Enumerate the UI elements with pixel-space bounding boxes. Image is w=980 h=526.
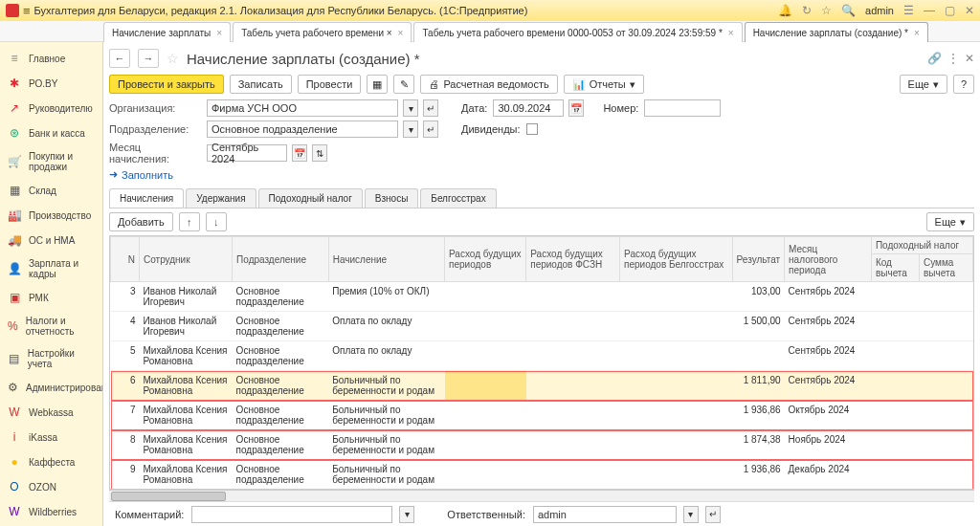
menu-icon[interactable]: ☰: [903, 4, 914, 17]
month-picker[interactable]: 📅: [292, 144, 307, 162]
subtab[interactable]: Удержания: [186, 188, 256, 208]
add-row-button[interactable]: Добавить: [109, 212, 173, 231]
accruals-table[interactable]: N Сотрудник Подразделение Начисление Рас…: [109, 235, 974, 490]
doc-tab[interactable]: Табель учета рабочего времени ××: [233, 22, 412, 42]
col-rfp-fszn[interactable]: Расход будущих периодов ФСЗН: [526, 237, 620, 282]
number-input[interactable]: [644, 99, 721, 117]
col-accr[interactable]: Начисление: [328, 237, 444, 282]
post-button[interactable]: Провести: [298, 75, 362, 94]
h-scrollbar[interactable]: [109, 490, 974, 501]
dividends-checkbox[interactable]: [526, 123, 538, 135]
month-input[interactable]: Сентябрь 2024: [207, 144, 287, 162]
doc-tab[interactable]: Начисление зарплаты×: [103, 22, 231, 42]
sidebar-item[interactable]: ●Каффеста: [0, 449, 102, 474]
close-icon[interactable]: ✕: [965, 4, 974, 17]
maximize-icon[interactable]: ▢: [945, 4, 955, 17]
sidebar-item[interactable]: 👤Зарплата и кадры: [0, 252, 102, 285]
col-deduct-sum[interactable]: Сумма вычета: [919, 254, 972, 282]
movements-button[interactable]: ▦: [367, 75, 388, 94]
col-res[interactable]: Результат: [732, 237, 784, 282]
bell-icon[interactable]: 🔔: [778, 4, 792, 17]
org-picker[interactable]: ▾: [403, 99, 418, 117]
close-icon[interactable]: ×: [216, 28, 222, 38]
link-icon[interactable]: 🔗: [927, 52, 942, 65]
subtab[interactable]: Взносы: [365, 188, 419, 208]
attach-button[interactable]: ✎: [393, 75, 414, 94]
minimize-icon[interactable]: —: [924, 4, 935, 17]
close-icon[interactable]: ×: [728, 28, 734, 38]
hamburger-icon[interactable]: ≡: [23, 4, 31, 18]
subtab[interactable]: Белгосстрах: [420, 188, 496, 208]
sidebar-item[interactable]: ⚙Администрирование: [0, 375, 102, 400]
comment-picker[interactable]: ▾: [399, 506, 414, 523]
sidebar-item[interactable]: 🏭Производство: [0, 203, 102, 228]
close-tab-icon[interactable]: ✕: [965, 52, 974, 65]
post-and-close-button[interactable]: Провести и закрыть: [109, 75, 224, 94]
table-row[interactable]: 9Михайлова Ксения РомановнаОсновное подр…: [111, 460, 973, 490]
search-icon[interactable]: 🔍: [841, 4, 856, 17]
table-row[interactable]: 7Михайлова Ксения РомановнаОсновное подр…: [111, 401, 973, 430]
more-icon[interactable]: ⋮: [947, 52, 959, 65]
comment-input[interactable]: [191, 506, 392, 523]
user-label[interactable]: admin: [865, 5, 894, 16]
favorite-icon[interactable]: ☆: [167, 51, 179, 66]
sidebar-item[interactable]: ✱РО.BY: [0, 71, 102, 96]
sidebar-item[interactable]: ▦Склад: [0, 178, 102, 203]
star-icon[interactable]: ☆: [821, 4, 832, 17]
table-row[interactable]: 3Иванов Николай ИгоревичОсновное подразд…: [111, 282, 973, 312]
more-button[interactable]: Еще ▾: [900, 75, 947, 94]
sidebar-item[interactable]: ▤Настройки учета: [0, 342, 102, 375]
col-tax-period[interactable]: Месяц налогового периода: [785, 237, 872, 282]
month-step[interactable]: ⇅: [312, 144, 327, 162]
subtab[interactable]: Подоходный налог: [258, 188, 363, 208]
sidebar-item[interactable]: WWebkassa: [0, 400, 102, 425]
sidebar-item[interactable]: 🛒Покупки и продажи: [0, 145, 102, 178]
close-icon[interactable]: ×: [398, 28, 404, 38]
move-down-button[interactable]: ↓: [206, 212, 227, 231]
move-up-button[interactable]: ↑: [179, 212, 200, 231]
date-picker[interactable]: 📅: [568, 99, 584, 117]
sidebar-item[interactable]: ▣РМК: [0, 285, 102, 310]
col-rfp-bgs[interactable]: Расход будущих периодов Белгосстрах: [620, 237, 733, 282]
table-row[interactable]: 6Михайлова Ксения РомановнаОсновное подр…: [111, 371, 973, 401]
close-icon[interactable]: ×: [914, 28, 920, 38]
resp-picker[interactable]: ▾: [683, 506, 699, 523]
org-input[interactable]: Фирма УСН ООО: [207, 99, 398, 117]
table-more-button[interactable]: Еще ▾: [926, 212, 974, 231]
col-n[interactable]: N: [111, 237, 140, 282]
table-row[interactable]: 4Иванов Николай ИгоревичОсновное подразд…: [111, 312, 973, 341]
resp-input[interactable]: admin: [533, 506, 677, 523]
sidebar-item[interactable]: WWildberries: [0, 499, 102, 524]
sidebar-item[interactable]: 🚚ОС и НМА: [0, 228, 102, 252]
col-dept[interactable]: Подразделение: [233, 237, 329, 282]
resp-open[interactable]: ↵: [705, 506, 721, 523]
sidebar-item[interactable]: ⊛Банк и касса: [0, 121, 102, 145]
dept-input[interactable]: Основное подразделение: [207, 121, 398, 138]
sidebar-item[interactable]: ↗Руководителю: [0, 96, 102, 121]
sidebar-item[interactable]: ≡Главное: [0, 46, 102, 71]
dept-picker[interactable]: ▾: [403, 121, 418, 138]
doc-tab[interactable]: Начисление зарплаты (создание) *×: [745, 22, 928, 42]
table-row[interactable]: 10Михайлова Ксения РомановнаОсновное под…: [111, 490, 973, 491]
date-input[interactable]: 30.09.2024: [493, 99, 564, 117]
sidebar-item[interactable]: iiKassa: [0, 425, 102, 449]
dept-open[interactable]: ↵: [423, 121, 438, 138]
org-open[interactable]: ↵: [423, 99, 438, 117]
col-emp[interactable]: Сотрудник: [140, 237, 233, 282]
fill-button[interactable]: ➜Заполнить: [109, 168, 173, 181]
col-rfp[interactable]: Расход будущих периодов: [445, 237, 526, 282]
reports-button[interactable]: 📊Отчеты ▾: [564, 75, 644, 94]
col-income-tax[interactable]: Подоходный налог: [871, 237, 972, 254]
history-icon[interactable]: ↻: [802, 4, 812, 17]
table-row[interactable]: 8Михайлова Ксения РомановнаОсновное подр…: [111, 430, 973, 460]
sidebar-item[interactable]: %Налоги и отчетность: [0, 310, 102, 342]
write-button[interactable]: Записать: [230, 75, 292, 94]
table-row[interactable]: 5Михайлова Ксения РомановнаОсновное подр…: [111, 341, 973, 371]
help-button[interactable]: ?: [953, 75, 974, 94]
paysheet-button[interactable]: 🖨Расчетная ведомость: [420, 75, 557, 94]
col-deduct-code[interactable]: Код вычета: [871, 254, 919, 282]
subtab[interactable]: Начисления: [109, 188, 184, 208]
doc-tab[interactable]: Табель учета рабочего времени 0000-0053 …: [413, 22, 742, 42]
sidebar-item[interactable]: OOZON: [0, 474, 102, 499]
nav-forward-button[interactable]: →: [138, 49, 159, 68]
